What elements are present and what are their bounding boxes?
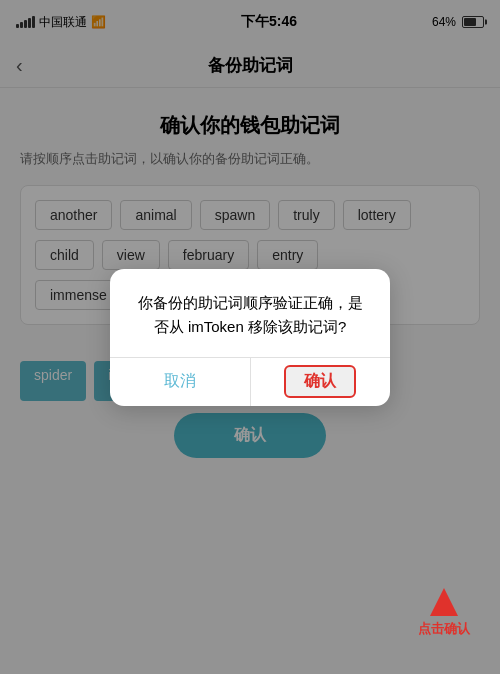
arrow-label: 点击确认 xyxy=(418,620,470,638)
dialog-body: 你备份的助记词顺序验证正确，是否从 imToken 移除该助记词? xyxy=(110,269,390,357)
arrow-annotation: 点击确认 xyxy=(418,588,470,638)
dialog-overlay: 你备份的助记词顺序验证正确，是否从 imToken 移除该助记词? 取消 确认 xyxy=(0,0,500,674)
dialog-confirm-wrap: 确认 xyxy=(251,358,391,406)
dialog-message: 你备份的助记词顺序验证正确，是否从 imToken 移除该助记词? xyxy=(134,291,366,339)
arrow-up-icon xyxy=(430,588,458,616)
dialog-cancel-button[interactable]: 取消 xyxy=(110,358,251,406)
dialog-actions: 取消 确认 xyxy=(110,358,390,406)
dialog-confirm-button[interactable]: 确认 xyxy=(284,365,356,398)
dialog: 你备份的助记词顺序验证正确，是否从 imToken 移除该助记词? 取消 确认 xyxy=(110,269,390,406)
